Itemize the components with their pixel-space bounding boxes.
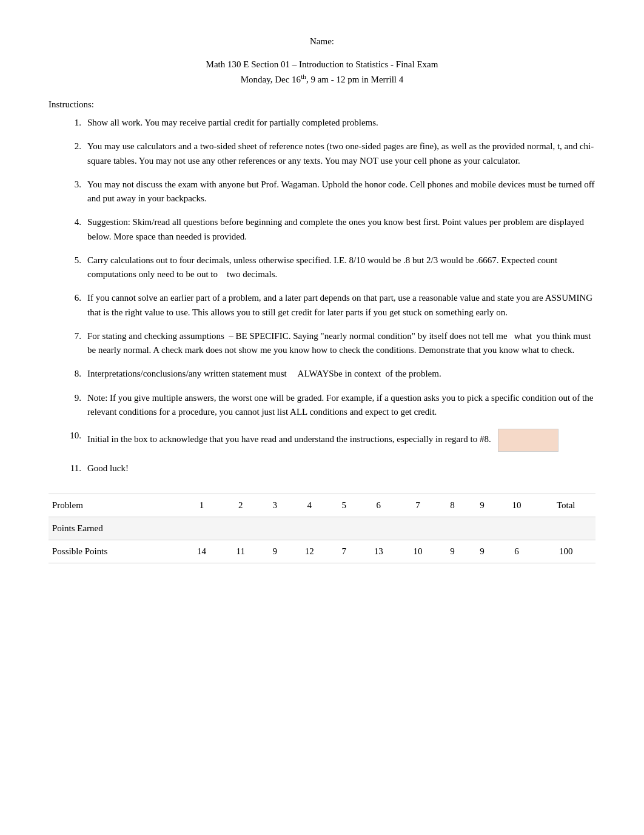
item-num: 5.: [67, 253, 87, 282]
item-text: Good luck!: [87, 461, 595, 475]
possible-6: 13: [359, 540, 398, 563]
list-item: 10. Initial in the box to acknowledge th…: [67, 429, 595, 452]
possible-5: 7: [329, 540, 359, 563]
col-9: 9: [468, 494, 497, 517]
title-line2-post: , 9 am - 12 pm in Merrill 4: [306, 75, 403, 84]
possible-2: 11: [221, 540, 260, 563]
list-item: 9. Note: If you give multiple answers, t…: [67, 391, 595, 420]
item-text: Note: If you give multiple answers, the …: [87, 391, 595, 420]
points-earned-label: Points Earned: [49, 517, 182, 540]
points-earned-6: [359, 517, 398, 540]
item-text: Initial in the box to acknowledge that y…: [87, 429, 595, 452]
item-text: If you cannot solve an earlier part of a…: [87, 291, 595, 320]
possible-points-row: Possible Points 14 11 9 12 7 13 10 9 9 6…: [49, 540, 595, 563]
col-6: 6: [359, 494, 398, 517]
points-earned-10: [497, 517, 537, 540]
points-earned-3: [260, 517, 290, 540]
points-earned-5: [329, 517, 359, 540]
item-num: 6.: [67, 291, 87, 320]
item-text: Interpretations/conclusions/any written …: [87, 367, 595, 381]
initial-box[interactable]: [498, 429, 558, 452]
possible-8: 9: [437, 540, 467, 563]
points-earned-8: [437, 517, 467, 540]
title-line2: Monday, Dec 16th, 9 am - 12 pm in Merril…: [49, 72, 595, 87]
possible-1: 14: [182, 540, 221, 563]
possible-10: 6: [497, 540, 537, 563]
item-num: 2.: [67, 139, 87, 168]
col-3: 3: [260, 494, 290, 517]
list-item: 8. Interpretations/conclusions/any writt…: [67, 367, 595, 381]
item-num: 1.: [67, 116, 87, 130]
col-2: 2: [221, 494, 260, 517]
possible-points-label: Possible Points: [49, 540, 182, 563]
name-label: Name:: [310, 36, 334, 46]
possible-7: 10: [398, 540, 438, 563]
points-earned-7: [398, 517, 438, 540]
possible-4: 12: [290, 540, 329, 563]
list-item: 3. You may not discuss the exam with any…: [67, 178, 595, 206]
list-item: 1. Show all work. You may receive partia…: [67, 116, 595, 130]
points-earned-total: [536, 517, 595, 540]
list-item: 2. You may use calculators and a two-sid…: [67, 139, 595, 168]
item-text: You may use calculators and a two-sided …: [87, 139, 595, 168]
item-num: 4.: [67, 215, 87, 244]
points-earned-row: Points Earned: [49, 517, 595, 540]
col-1: 1: [182, 494, 221, 517]
points-earned-1: [182, 517, 221, 540]
item-text: Show all work. You may receive partial c…: [87, 116, 595, 130]
col-5: 5: [329, 494, 359, 517]
list-item: 4. Suggestion: Skim/read all questions b…: [67, 215, 595, 244]
col-10: 10: [497, 494, 537, 517]
item-text: Carry calculations out to four decimals,…: [87, 253, 595, 282]
item-num: 8.: [67, 367, 87, 381]
possible-total: 100: [536, 540, 595, 563]
points-earned-4: [290, 517, 329, 540]
points-earned-2: [221, 517, 260, 540]
points-earned-9: [468, 517, 497, 540]
col-4: 4: [290, 494, 329, 517]
list-item: 5. Carry calculations out to four decima…: [67, 253, 595, 282]
item-num: 9.: [67, 391, 87, 420]
item-num: 3.: [67, 178, 87, 206]
title-sup: th: [301, 73, 306, 80]
list-item: 6. If you cannot solve an earlier part o…: [67, 291, 595, 320]
item-text: Suggestion: Skim/read all questions befo…: [87, 215, 595, 244]
title-block: Math 130 E Section 01 – Introduction to …: [49, 58, 595, 86]
list-item: 11. Good luck!: [67, 461, 595, 475]
possible-9: 9: [468, 540, 497, 563]
instructions-list: 1. Show all work. You may receive partia…: [67, 116, 595, 475]
item-text: You may not discuss the exam with anyone…: [87, 178, 595, 206]
col-8: 8: [437, 494, 467, 517]
col-total: Total: [536, 494, 595, 517]
list-item: 7. For stating and checking assumptions …: [67, 329, 595, 358]
col-problem: Problem: [49, 494, 182, 517]
table-header-row: Problem 1 2 3 4 5 6 7 8 9 10 Total: [49, 494, 595, 517]
item-num: 7.: [67, 329, 87, 358]
title-line2-pre: Monday, Dec 16: [241, 75, 301, 84]
item-text: For stating and checking assumptions – B…: [87, 329, 595, 358]
item-num: 11.: [67, 461, 87, 475]
col-7: 7: [398, 494, 438, 517]
title-line1: Math 130 E Section 01 – Introduction to …: [49, 58, 595, 72]
score-table: Problem 1 2 3 4 5 6 7 8 9 10 Total Point…: [49, 494, 595, 563]
instructions-label: Instructions:: [49, 99, 595, 110]
name-line: Name:: [49, 36, 595, 47]
possible-3: 9: [260, 540, 290, 563]
item-num: 10.: [67, 429, 87, 452]
